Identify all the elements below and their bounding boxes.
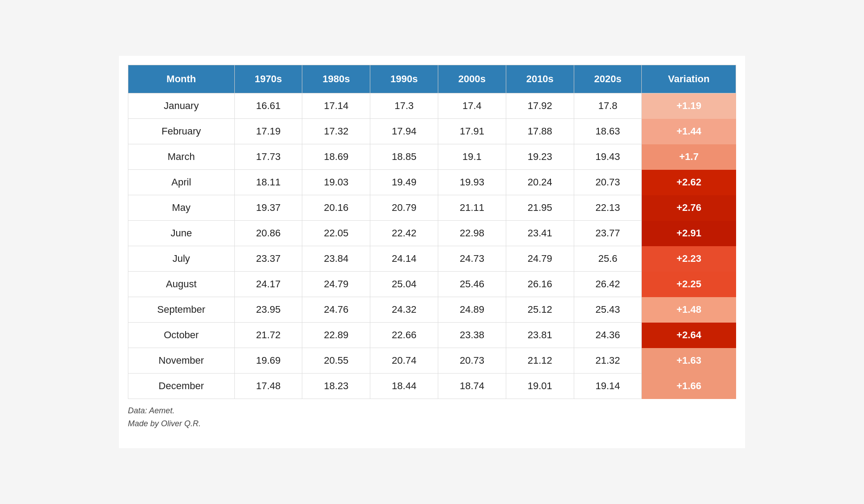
cell-d1970: 17.48 — [234, 374, 302, 399]
table-row: December17.4818.2318.4418.7419.0119.14+1… — [128, 374, 736, 399]
cell-d1980: 17.32 — [302, 119, 370, 144]
cell-d2020: 17.8 — [574, 93, 642, 119]
cell-d2020: 26.42 — [574, 272, 642, 297]
cell-variation: +2.25 — [642, 272, 736, 297]
cell-d1980: 22.89 — [302, 323, 370, 348]
cell-d2020: 21.32 — [574, 348, 642, 374]
table-row: April18.1119.0319.4919.9320.2420.73+2.62 — [128, 170, 736, 195]
cell-d2020: 19.43 — [574, 144, 642, 170]
cell-d1980: 22.05 — [302, 221, 370, 246]
header-1980s: 1980s — [302, 65, 370, 93]
cell-month: February — [128, 119, 235, 144]
cell-d2020: 19.14 — [574, 374, 642, 399]
cell-d2000: 20.73 — [438, 348, 506, 374]
cell-variation: +2.76 — [642, 195, 736, 221]
cell-d2020: 25.6 — [574, 246, 642, 272]
footer: Data: Aemet. Made by Oliver Q.R. — [128, 404, 736, 430]
cell-variation: +2.91 — [642, 221, 736, 246]
cell-d1970: 17.73 — [234, 144, 302, 170]
cell-d2000: 19.1 — [438, 144, 506, 170]
cell-month: July — [128, 246, 235, 272]
cell-variation: +1.44 — [642, 119, 736, 144]
cell-month: May — [128, 195, 235, 221]
cell-d1970: 21.72 — [234, 323, 302, 348]
cell-d2020: 22.13 — [574, 195, 642, 221]
cell-d2020: 24.36 — [574, 323, 642, 348]
cell-month: June — [128, 221, 235, 246]
cell-month: March — [128, 144, 235, 170]
cell-variation: +2.23 — [642, 246, 736, 272]
cell-variation: +1.66 — [642, 374, 736, 399]
table-row: February17.1917.3217.9417.9117.8818.63+1… — [128, 119, 736, 144]
cell-d1990: 17.94 — [370, 119, 438, 144]
table-row: May19.3720.1620.7921.1121.9522.13+2.76 — [128, 195, 736, 221]
cell-d2000: 21.11 — [438, 195, 506, 221]
cell-d1980: 24.76 — [302, 297, 370, 323]
page-container: Month1970s1980s1990s2000s2010s2020sVaria… — [119, 56, 745, 448]
cell-d2010: 23.81 — [506, 323, 574, 348]
cell-d1990: 24.32 — [370, 297, 438, 323]
cell-variation: +2.64 — [642, 323, 736, 348]
cell-variation: +2.62 — [642, 170, 736, 195]
table-row: November19.6920.5520.7420.7321.1221.32+1… — [128, 348, 736, 374]
cell-month: August — [128, 272, 235, 297]
header-2010s: 2010s — [506, 65, 574, 93]
cell-d1990: 24.14 — [370, 246, 438, 272]
cell-month: September — [128, 297, 235, 323]
cell-d1990: 22.42 — [370, 221, 438, 246]
cell-month: December — [128, 374, 235, 399]
cell-month: October — [128, 323, 235, 348]
cell-d2010: 20.24 — [506, 170, 574, 195]
cell-d1980: 18.69 — [302, 144, 370, 170]
cell-month: April — [128, 170, 235, 195]
cell-d1990: 18.85 — [370, 144, 438, 170]
footer-line1: Data: Aemet. — [128, 404, 736, 417]
cell-d1970: 18.11 — [234, 170, 302, 195]
header-1990s: 1990s — [370, 65, 438, 93]
cell-variation: +1.63 — [642, 348, 736, 374]
cell-d2010: 24.79 — [506, 246, 574, 272]
header-variation: Variation — [642, 65, 736, 93]
header-month: Month — [128, 65, 235, 93]
table-row: June20.8622.0522.4222.9823.4123.77+2.91 — [128, 221, 736, 246]
table-row: September23.9524.7624.3224.8925.1225.43+… — [128, 297, 736, 323]
cell-d1990: 20.79 — [370, 195, 438, 221]
cell-d1980: 24.79 — [302, 272, 370, 297]
cell-d1980: 18.23 — [302, 374, 370, 399]
cell-d1970: 23.95 — [234, 297, 302, 323]
cell-d2020: 25.43 — [574, 297, 642, 323]
cell-variation: +1.48 — [642, 297, 736, 323]
cell-d1990: 17.3 — [370, 93, 438, 119]
table-body: January16.6117.1417.317.417.9217.8+1.19F… — [128, 93, 736, 399]
cell-d2010: 21.95 — [506, 195, 574, 221]
table-row: October21.7222.8922.6623.3823.8124.36+2.… — [128, 323, 736, 348]
header-1970s: 1970s — [234, 65, 302, 93]
cell-d2000: 23.38 — [438, 323, 506, 348]
cell-d1980: 17.14 — [302, 93, 370, 119]
table-row: March17.7318.6918.8519.119.2319.43+1.7 — [128, 144, 736, 170]
cell-d1980: 20.16 — [302, 195, 370, 221]
cell-d2000: 17.4 — [438, 93, 506, 119]
cell-d1990: 25.04 — [370, 272, 438, 297]
header-2000s: 2000s — [438, 65, 506, 93]
cell-d2020: 23.77 — [574, 221, 642, 246]
cell-d2010: 21.12 — [506, 348, 574, 374]
header-2020s: 2020s — [574, 65, 642, 93]
cell-d2020: 20.73 — [574, 170, 642, 195]
cell-d2010: 26.16 — [506, 272, 574, 297]
cell-d1970: 19.69 — [234, 348, 302, 374]
cell-d1970: 17.19 — [234, 119, 302, 144]
cell-d1990: 19.49 — [370, 170, 438, 195]
cell-d1970: 20.86 — [234, 221, 302, 246]
cell-variation: +1.7 — [642, 144, 736, 170]
cell-d1990: 22.66 — [370, 323, 438, 348]
cell-d1980: 23.84 — [302, 246, 370, 272]
cell-d2000: 19.93 — [438, 170, 506, 195]
cell-d1970: 16.61 — [234, 93, 302, 119]
cell-month: November — [128, 348, 235, 374]
cell-d2010: 19.01 — [506, 374, 574, 399]
cell-variation: +1.19 — [642, 93, 736, 119]
cell-d2000: 17.91 — [438, 119, 506, 144]
cell-d2010: 19.23 — [506, 144, 574, 170]
cell-d1980: 19.03 — [302, 170, 370, 195]
